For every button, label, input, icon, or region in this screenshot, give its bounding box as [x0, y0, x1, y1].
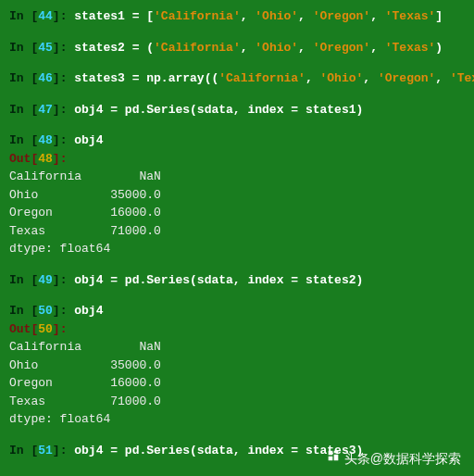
- watermark-text: 头条@数据科学探索: [344, 449, 461, 469]
- code-cell-52: In [52]: obj4: [9, 472, 465, 476]
- output-row: Texas 71000.0: [9, 222, 465, 241]
- in-prompt: In [: [9, 9, 38, 23]
- output-row: Ohio 35000.0: [9, 186, 465, 205]
- code-cell-44: In [44]: states1 = ['California', 'Ohio'…: [9, 7, 465, 26]
- dtype-line: dtype: float64: [9, 240, 465, 258]
- watermark: 头条@数据科学探索: [326, 448, 461, 469]
- code-cell-45: In [45]: states2 = ('California', 'Ohio'…: [9, 39, 465, 57]
- output-row: Oregon 16000.0: [9, 374, 465, 393]
- code-text: states1 = [: [74, 9, 154, 23]
- in-num: 44: [38, 9, 53, 23]
- out-prompt-48: Out[48]:: [9, 150, 465, 169]
- output-row: Oregon 16000.0: [9, 204, 465, 222]
- code-cell-48: In [48]: obj4: [9, 132, 465, 150]
- string-literal: 'California': [154, 9, 241, 23]
- code-cell-49: In [49]: obj4 = pd.Series(sdata, index =…: [9, 271, 465, 290]
- output-row: Ohio 35000.0: [9, 357, 465, 375]
- output-row: Texas 71000.0: [9, 393, 465, 411]
- watermark-icon: [326, 448, 341, 469]
- dtype-line: dtype: float64: [9, 410, 465, 429]
- code-cell-47: In [47]: obj4 = pd.Series(sdata, index =…: [9, 101, 465, 119]
- code-cell-50: In [50]: obj4: [9, 302, 465, 320]
- output-row: California NaN: [9, 338, 465, 357]
- output-row: California NaN: [9, 168, 465, 186]
- code-cell-46: In [46]: states3 = np.array(('California…: [9, 69, 465, 88]
- out-prompt-50: Out[50]:: [9, 320, 465, 339]
